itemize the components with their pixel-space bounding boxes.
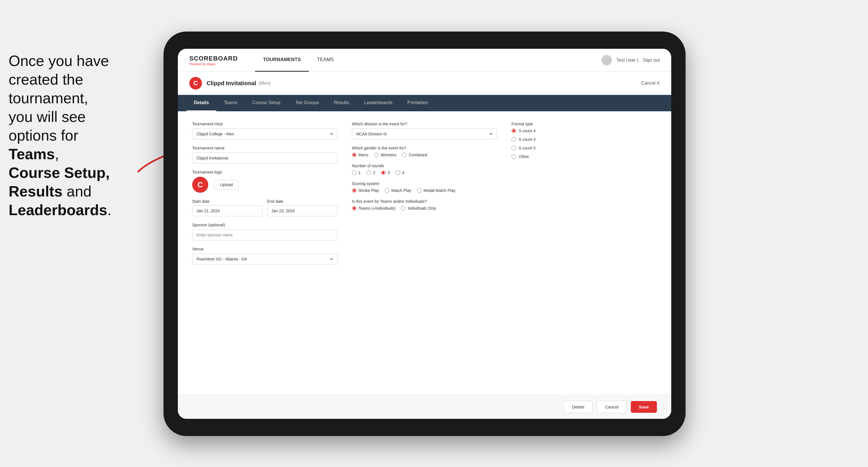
- logo-sub: Powered by clippd: [189, 62, 238, 66]
- format-5count4[interactable]: 5 count 4: [512, 128, 657, 133]
- scoring-stroke-label: Stroke Play: [359, 188, 379, 193]
- gender-mens[interactable]: Mens: [352, 153, 368, 157]
- cancel-button[interactable]: Cancel: [597, 401, 627, 413]
- scoring-radio-group: Stroke Play Match Play Medal Match Play: [352, 188, 497, 193]
- teams-group: Is this event for Teams and/or Individua…: [352, 199, 497, 211]
- tablet-screen: SCOREBOARD Powered by clippd TOURNAMENTS…: [178, 49, 671, 419]
- scoring-stroke-radio[interactable]: [352, 188, 356, 193]
- gender-combined[interactable]: Combined: [402, 153, 427, 157]
- rounds-3-radio[interactable]: [381, 170, 385, 175]
- start-date-input[interactable]: [192, 206, 262, 216]
- teams-plus-individuals[interactable]: Teams (+Individuals): [352, 206, 396, 211]
- gender-mens-radio[interactable]: [352, 153, 356, 157]
- start-date-label: Start date: [192, 199, 262, 204]
- scoring-medal-radio[interactable]: [417, 188, 422, 193]
- individuals-radio[interactable]: [401, 206, 406, 211]
- gender-combined-label: Combined: [409, 153, 427, 157]
- teams-radio[interactable]: [352, 206, 356, 211]
- scoring-label: Scoring system: [352, 181, 497, 186]
- sign-out-link[interactable]: Sign out: [643, 58, 660, 63]
- individuals-only-label: Individuals Only: [408, 206, 436, 211]
- scoring-medal-match[interactable]: Medal Match Play: [417, 188, 456, 193]
- tab-teams[interactable]: Teams: [216, 95, 245, 111]
- rounds-3-label: 3: [388, 170, 390, 175]
- rounds-label: Number of rounds: [352, 163, 497, 168]
- rounds-4[interactable]: 4: [396, 170, 404, 175]
- rounds-3[interactable]: 3: [381, 170, 390, 175]
- tab-tee-groups[interactable]: Tee Groups: [288, 95, 327, 111]
- format-6count5-radio[interactable]: [512, 146, 516, 150]
- scoring-match[interactable]: Match Play: [385, 188, 411, 193]
- instruction-course-setup: Course Setup,: [9, 164, 110, 181]
- format-6count4-label: 6 count 4: [519, 137, 535, 142]
- rounds-1-radio[interactable]: [352, 170, 356, 175]
- teams-plus-label: Teams (+Individuals): [359, 206, 396, 211]
- date-row: Start date End date: [192, 199, 338, 216]
- tab-course-setup[interactable]: Course Setup: [245, 95, 288, 111]
- division-select[interactable]: NCAA Division III: [352, 128, 497, 139]
- rounds-4-radio[interactable]: [396, 170, 400, 175]
- venue-select[interactable]: Peachtree GC - Atlanta - GA: [192, 254, 338, 264]
- tournament-host-select[interactable]: Clippd College - Men: [192, 128, 338, 139]
- gender-womens[interactable]: Womens: [374, 153, 396, 157]
- individuals-only[interactable]: Individuals Only: [401, 206, 436, 211]
- division-label: Which division is the event for?: [352, 122, 497, 126]
- end-date-group: End date: [267, 199, 337, 216]
- delete-button[interactable]: Delete: [564, 401, 593, 413]
- tab-details[interactable]: Details: [186, 95, 216, 111]
- rounds-1[interactable]: 1: [352, 170, 361, 175]
- rounds-1-label: 1: [359, 170, 361, 175]
- format-5count4-radio[interactable]: [512, 128, 516, 133]
- instruction-block: Once you havecreated thetournament,you w…: [0, 46, 141, 225]
- rounds-2-radio[interactable]: [366, 170, 371, 175]
- gender-womens-radio[interactable]: [374, 153, 379, 157]
- tab-leaderboards[interactable]: Leaderboards: [357, 95, 400, 111]
- instruction-and: and: [63, 183, 92, 200]
- sponsor-label: Sponsor (optional): [192, 223, 338, 227]
- gender-womens-label: Womens: [381, 153, 396, 157]
- form-col-1: Tournament Host Clippd College - Men Tou…: [192, 122, 338, 384]
- instruction-period: .: [107, 201, 111, 218]
- end-date-input[interactable]: [267, 206, 337, 216]
- format-6count4-radio[interactable]: [512, 137, 516, 142]
- rounds-2[interactable]: 2: [366, 170, 375, 175]
- tournament-logo-label: Tournament logo: [192, 170, 338, 175]
- tournament-host-group: Tournament Host Clippd College - Men: [192, 122, 338, 139]
- tab-results[interactable]: Results: [327, 95, 356, 111]
- format-other-radio[interactable]: [512, 154, 516, 159]
- rounds-radio-group: 1 2 3 4: [352, 170, 497, 175]
- tab-printables[interactable]: Printables: [400, 95, 435, 111]
- avatar: [601, 55, 612, 65]
- teams-radio-group: Teams (+Individuals) Individuals Only: [352, 206, 497, 211]
- tournament-name-input[interactable]: [192, 153, 338, 163]
- scoring-match-radio[interactable]: [385, 188, 389, 193]
- tournament-name-group: Tournament name: [192, 146, 338, 163]
- format-6count5[interactable]: 6 count 5: [512, 146, 657, 150]
- teams-label: Is this event for Teams and/or Individua…: [352, 199, 497, 204]
- main-content: Tournament Host Clippd College - Men Tou…: [178, 111, 671, 395]
- instruction-leaderboards: Leaderboards: [9, 201, 107, 218]
- instruction-comma: ,: [55, 146, 59, 162]
- nav-tournaments[interactable]: TOURNAMENTS: [255, 49, 309, 72]
- tournament-name-label: Tournament name: [192, 146, 338, 150]
- cancel-x-button[interactable]: Cancel X: [641, 81, 660, 86]
- scoring-stroke[interactable]: Stroke Play: [352, 188, 379, 193]
- division-group: Which division is the event for? NCAA Di…: [352, 122, 497, 139]
- logo-main: SCOREBOARD: [189, 55, 238, 62]
- scoring-medal-label: Medal Match Play: [424, 188, 456, 193]
- tournament-logo-group: Tournament logo C Upload: [192, 170, 338, 193]
- venue-group: Venue Peachtree GC - Atlanta - GA: [192, 247, 338, 264]
- sponsor-input[interactable]: [192, 229, 338, 240]
- upload-button[interactable]: Upload: [214, 180, 239, 190]
- bottom-bar: Delete Cancel Save: [178, 395, 671, 419]
- format-group: Format type 5 count 4 6 count 4: [512, 122, 657, 159]
- sponsor-group: Sponsor (optional): [192, 223, 338, 240]
- instruction-line1: Once you havecreated thetournament,you w…: [9, 53, 109, 144]
- tournament-header: C Clippd Invitational (Men) Cancel X: [178, 72, 671, 95]
- gender-combined-radio[interactable]: [402, 153, 407, 157]
- format-6count4[interactable]: 6 count 4: [512, 137, 657, 142]
- format-other[interactable]: Other: [512, 154, 657, 159]
- venue-label: Venue: [192, 247, 338, 251]
- save-button[interactable]: Save: [631, 401, 657, 413]
- nav-teams[interactable]: TEAMS: [309, 49, 342, 72]
